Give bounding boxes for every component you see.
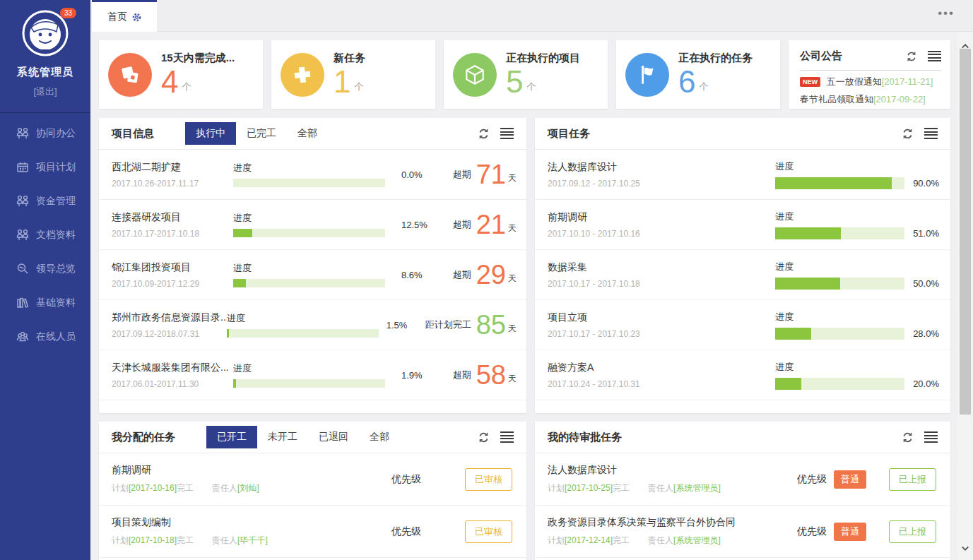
task-row[interactable]: 项目立项2017.10.17 - 2017.10.23 进度 28.0% (535, 300, 950, 350)
refresh-icon[interactable] (478, 431, 490, 443)
project-row[interactable]: 天津长城服装集团有限公...2017.06.01-2017.11.30 进度 1… (99, 350, 526, 400)
plan-label: 计划 (112, 483, 129, 493)
menu-icon[interactable] (928, 51, 941, 62)
assigned-task-row[interactable]: 前期调研 计划[2017-10-16]完工责任人[刘灿] 优先级 已审核 (99, 453, 526, 506)
refresh-icon[interactable] (902, 128, 914, 140)
plan-label: 计划 (112, 535, 129, 545)
cube-icon (453, 53, 497, 97)
sidebar-item-online-users[interactable]: 在线人员 (0, 320, 90, 354)
progress-label: 进度 (775, 261, 939, 273)
task-row[interactable]: 法人数据库设计2017.09.12 - 2017.10.25 进度 90.0% (535, 150, 950, 200)
stat-title: 正在执行的项目 (506, 52, 580, 65)
stat-card-due-15-days[interactable]: 15天内需完成... 4 个 (99, 40, 263, 109)
panel-title: 项目任务 (548, 127, 590, 141)
days-unit: 天 (508, 273, 517, 285)
progress-percent: 51.0% (913, 228, 939, 239)
status-label: 超期 (453, 268, 471, 281)
menu-icon[interactable] (924, 431, 938, 443)
calendar-icon (16, 160, 30, 174)
tab-not-started[interactable]: 未开工 (257, 426, 308, 448)
sidebar-item-label: 项目计划 (36, 161, 76, 174)
progress-percent: 0.0% (401, 169, 442, 180)
announcement-item[interactable]: NEW 五一放假通知[2017-11-21] (800, 76, 941, 88)
tab-started[interactable]: 已开工 (206, 426, 257, 448)
menu-icon[interactable] (924, 128, 938, 139)
project-row[interactable]: 西北湖二期扩建2017.10.26-2017.11.17 进度 0.0% 超期7… (99, 150, 526, 200)
stat-card-active-tasks[interactable]: 正在执行的任务 6 个 (616, 40, 780, 109)
done-label: 完工 (177, 483, 194, 493)
project-row[interactable]: 锦江集团投资项目2017.10.09-2017.12.29 进度 8.6% 超期… (99, 250, 526, 300)
tab-completed[interactable]: 已完工 (236, 122, 287, 145)
menu-icon[interactable] (500, 128, 514, 139)
tab-all[interactable]: 全部 (287, 122, 328, 145)
done-label: 完工 (613, 483, 630, 493)
stat-card-active-projects[interactable]: 正在执行的项目 5 个 (444, 40, 608, 109)
task-row[interactable]: 前期调研2017.10.10 - 2017.10.16 进度 51.0% (535, 200, 950, 250)
stat-value: 1 (334, 66, 350, 98)
sidebar-item-leader-overview[interactable]: 领导总览 (0, 252, 90, 286)
reviewed-button[interactable]: 已审核 (465, 520, 512, 543)
gear-icon[interactable] (132, 13, 141, 22)
progress-label: 进度 (775, 160, 939, 173)
stat-card-new-tasks[interactable]: 新任务 1 个 (271, 40, 435, 109)
profile-section: 33 系统管理员 [退出] (0, 0, 90, 98)
project-row[interactable]: 连接器研发项目2017.10.17-2017.10.18 进度 12.5% 超期… (99, 200, 526, 250)
workers-icon (16, 194, 30, 208)
tab-home[interactable]: 首页 (92, 0, 157, 32)
avatar[interactable]: 33 (21, 9, 69, 57)
menu-icon[interactable] (500, 431, 514, 443)
more-menu-button[interactable]: ••• (938, 6, 955, 20)
task-name: 法人数据库设计 (548, 161, 775, 174)
task-name: 前期调研 (548, 211, 775, 224)
scrollbar-thumb[interactable] (960, 49, 971, 415)
sidebar-item-basic-data[interactable]: 基础资料 (0, 286, 90, 320)
reported-button[interactable]: 已上报 (889, 520, 936, 543)
stat-value: 6 (678, 66, 695, 98)
task-row[interactable]: 数据采集2017.10.17 - 2017.10.18 进度 50.0% (535, 250, 950, 300)
sidebar: 33 系统管理员 [退出] 协同办公 项目计划 (0, 0, 90, 560)
logout-link[interactable]: [退出] (0, 85, 90, 98)
owner-name: [系统管理员] (673, 535, 721, 545)
assigned-task-row[interactable]: 项目策划编制 计划[2017-10-18]完工责任人[毕千千] 优先级 已审核 (99, 506, 526, 558)
sidebar-item-collab-office[interactable]: 协同办公 (0, 117, 90, 150)
days-unit: 天 (508, 222, 517, 234)
sidebar-item-project-plan[interactable]: 项目计划 (0, 150, 90, 184)
refresh-icon[interactable] (906, 51, 917, 62)
task-row[interactable]: 融资方案A2017.10.24 - 2017.10.31 进度 20.0% (535, 350, 950, 400)
project-row[interactable]: 郑州市政务信息资源目录...2017.09.12-2018.07.31 进度 1… (99, 300, 526, 350)
tab-in-progress[interactable]: 执行中 (185, 122, 236, 145)
announcement-item[interactable]: 春节礼品领取通知[2017-09-22] (800, 93, 941, 106)
task-dates: 2017.10.17 - 2017.10.23 (548, 329, 775, 339)
reviewed-button[interactable]: 已审核 (465, 468, 512, 491)
approval-task-row[interactable]: 法人数据库设计 计划[2017-10-25]完工责任人[系统管理员] 优先级 普… (535, 453, 950, 506)
tab-all[interactable]: 全部 (359, 426, 400, 448)
priority-badge: 普通 (834, 470, 866, 489)
progress-bar (775, 278, 904, 290)
days-unit: 天 (508, 172, 517, 184)
owner-label: 责任人 (648, 535, 673, 545)
task-name: 项目策划编制 (112, 516, 391, 529)
books-icon (16, 296, 30, 310)
stat-title: 新任务 (334, 52, 365, 65)
sidebar-item-label: 协同办公 (36, 127, 76, 140)
sidebar-item-documents[interactable]: 文档资料 (0, 218, 90, 252)
sidebar-item-label: 文档资料 (36, 229, 76, 242)
owner-label: 责任人 (648, 483, 673, 493)
scroll-down-arrow[interactable] (957, 542, 973, 554)
owner-label: 责任人 (212, 483, 237, 493)
sidebar-item-label: 领导总览 (36, 263, 76, 275)
main-content: 15天内需完成... 4 个 新任务 1 个 (90, 32, 957, 560)
stat-unit: 个 (354, 81, 363, 93)
refresh-icon[interactable] (902, 431, 914, 443)
scrollbar[interactable] (957, 32, 973, 560)
tab-returned[interactable]: 已退回 (308, 426, 359, 448)
stat-unit: 个 (526, 81, 536, 93)
sidebar-item-funds[interactable]: 资金管理 (0, 184, 90, 218)
days-count: 21 (476, 211, 506, 238)
project-info-tabs: 执行中 已完工 全部 (185, 122, 328, 145)
days-count: 58 (476, 362, 506, 388)
approval-task-row[interactable]: 政务资源目录体系决策与监察平台外协合同 计划[2017-12-14]完工责任人[… (535, 506, 950, 558)
tab-home-label: 首页 (107, 11, 127, 23)
reported-button[interactable]: 已上报 (889, 468, 936, 491)
refresh-icon[interactable] (478, 128, 490, 140)
